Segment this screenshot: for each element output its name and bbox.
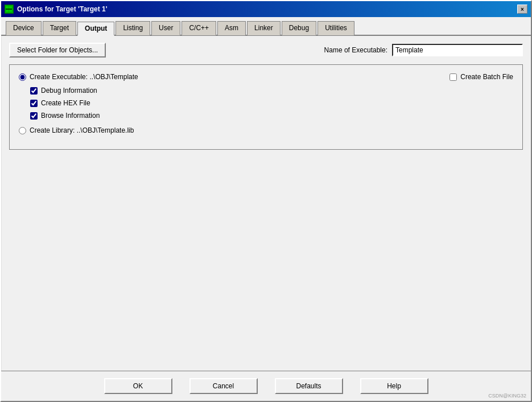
dialog-title: Options for Target 'Target 1' <box>17 5 108 13</box>
name-executable-label: Name of Executable: <box>324 46 387 54</box>
name-executable-input[interactable] <box>392 44 523 56</box>
create-executable-row: Create Executable: ..\OBJ\Template <box>19 73 513 81</box>
create-executable-radio[interactable] <box>19 73 26 81</box>
tab-cpp[interactable]: C/C++ <box>182 21 216 35</box>
title-bar: Options for Target 'Target 1' × <box>1 1 531 17</box>
group-box-inner: Create Executable: ..\OBJ\Template Debug… <box>19 73 513 140</box>
create-batch-file-checkbox[interactable] <box>449 73 457 81</box>
help-button[interactable]: Help <box>360 378 428 394</box>
create-batch-file-row: Create Batch File <box>449 73 513 81</box>
close-button[interactable]: × <box>517 5 527 14</box>
defaults-button[interactable]: Defaults <box>275 378 343 394</box>
name-executable-row: Name of Executable: <box>117 44 523 56</box>
watermark: CSDN@KING32 <box>488 393 526 399</box>
browse-info-label: Browse Information <box>41 112 100 120</box>
browse-info-row: Browse Information <box>30 112 513 120</box>
tab-device[interactable]: Device <box>6 21 42 35</box>
tab-target[interactable]: Target <box>43 21 76 35</box>
dialog-window: Options for Target 'Target 1' × Device T… <box>0 0 532 402</box>
svg-rect-2 <box>6 9 12 10</box>
options-group-box: Create Batch File Create Executable: ..\… <box>9 64 523 150</box>
title-bar-buttons: × <box>517 5 527 14</box>
tab-listing[interactable]: Listing <box>116 21 150 35</box>
create-hex-row: Create HEX File <box>30 99 513 107</box>
title-bar-left: Options for Target 'Target 1' <box>5 5 108 14</box>
select-folder-button[interactable]: Select Folder for Objects... <box>9 43 106 58</box>
create-batch-file-label: Create Batch File <box>460 73 513 81</box>
cancel-button[interactable]: Cancel <box>189 378 258 394</box>
tab-asm[interactable]: Asm <box>217 21 246 35</box>
debug-info-row: Debug Information <box>30 87 513 95</box>
tab-utilities[interactable]: Utilities <box>317 21 354 35</box>
create-hex-label: Create HEX File <box>41 99 90 107</box>
tab-debug[interactable]: Debug <box>282 21 316 35</box>
tab-bar: Device Target Output Listing User C/C++ … <box>1 17 531 36</box>
create-library-label: Create Library: ..\OBJ\Template.lib <box>30 126 134 134</box>
content-area: Select Folder for Objects... Name of Exe… <box>1 36 531 371</box>
top-row: Select Folder for Objects... Name of Exe… <box>9 43 523 58</box>
create-executable-label: Create Executable: ..\OBJ\Template <box>30 73 138 81</box>
browse-info-checkbox[interactable] <box>30 112 38 120</box>
create-hex-checkbox[interactable] <box>30 100 38 107</box>
button-bar: OK Cancel Defaults Help CSDN@KING32 <box>1 371 531 401</box>
tab-linker[interactable]: Linker <box>247 21 281 35</box>
tab-user[interactable]: User <box>151 21 180 35</box>
tab-output[interactable]: Output <box>77 22 114 36</box>
create-library-radio[interactable] <box>19 127 26 134</box>
debug-info-label: Debug Information <box>41 87 97 95</box>
ok-button[interactable]: OK <box>104 378 172 394</box>
debug-info-checkbox[interactable] <box>30 87 38 95</box>
create-library-row: Create Library: ..\OBJ\Template.lib <box>19 126 513 134</box>
app-icon <box>5 5 14 14</box>
